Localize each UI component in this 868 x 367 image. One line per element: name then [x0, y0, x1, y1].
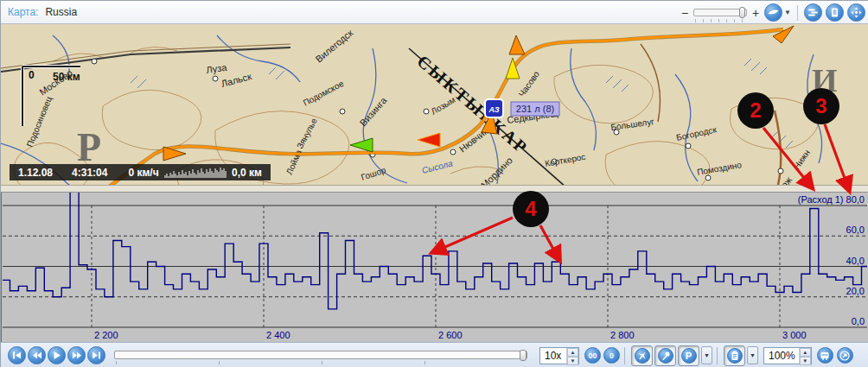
skip-end-icon	[92, 351, 101, 360]
map-zoom-slider-ticks	[695, 19, 745, 22]
list-lines-icon	[807, 7, 819, 18]
play-button[interactable]	[48, 346, 66, 364]
track-position-slider[interactable]	[114, 347, 529, 364]
fuel-consumption-chart[interactable]: 2 2002 4002 6002 8003 000(Расход 1) 80,0…	[1, 193, 868, 342]
chart-canvas: 2 2002 4002 6002 8003 000(Расход 1) 80,0…	[2, 193, 868, 342]
show-flights-toggle[interactable]	[631, 345, 653, 366]
counter-0-label: 0	[610, 351, 614, 360]
show-parkings-toggle[interactable]: P	[678, 345, 699, 366]
status-date: 1.12.08	[18, 167, 53, 179]
gps-track-viewer-window: Карта: Russia − + ▼	[0, 0, 868, 367]
fit-view-button[interactable]	[847, 3, 865, 22]
fast-forward-button[interactable]	[67, 346, 86, 364]
map-region-letter: И	[812, 62, 838, 98]
playback-speed-value: 10x	[540, 348, 566, 364]
skip-to-start-button[interactable]	[8, 346, 26, 364]
map-zoom-in-button[interactable]: +	[750, 6, 761, 20]
show-waypoints-toggle[interactable]	[654, 345, 676, 366]
parking-icon: P	[686, 351, 692, 361]
globe-icon	[767, 6, 780, 19]
map-zoom-slider-thumb[interactable]	[739, 7, 745, 18]
playback-speed-spinner[interactable]: 10x ▲ ▼	[539, 347, 579, 364]
fuel-waypoint[interactable]: АЗ 231 л (8)	[485, 99, 559, 117]
show-report-panel-toggle[interactable]	[724, 345, 745, 366]
export-button[interactable]	[837, 347, 853, 364]
position-slider-ticks	[116, 361, 527, 364]
chart-ytick-label: 60,0	[846, 225, 865, 235]
speed-meter-icon	[164, 167, 227, 179]
speed-down-arrow[interactable]: ▼	[567, 357, 578, 365]
rewind-icon	[32, 351, 42, 360]
status-speed: 0 км/ч	[128, 167, 158, 179]
playback-toolbar: 10x ▲ ▼ 00 0	[1, 342, 868, 367]
reset-trip-button[interactable]: 0	[603, 347, 620, 364]
play-icon	[52, 351, 61, 360]
pin-icon	[661, 351, 671, 361]
chart-ytick-label: 20,0	[846, 286, 865, 296]
arrow-up-right-icon	[839, 351, 850, 361]
skip-start-icon	[12, 351, 22, 360]
report-button[interactable]	[826, 3, 844, 22]
report-dropdown-button[interactable]: ▼	[747, 346, 758, 364]
scale-zero-label: 0	[29, 69, 35, 81]
fast-forward-icon	[72, 351, 82, 360]
topo-map-canvas: 0 50 км РИ СЫКТЫВКАР МосковоПодосиновецЛ…	[1, 24, 868, 185]
google-earth-dropdown-arrow[interactable]: ▼	[784, 9, 791, 16]
airplane-icon	[637, 351, 648, 361]
fuel-icon-glyph: АЗ	[488, 105, 500, 114]
chart-zoom-spinner[interactable]: 100% ▲ ▼	[763, 347, 812, 364]
status-time: 4:31:04	[72, 167, 107, 179]
chart-xtick-label: 3 000	[782, 330, 807, 340]
position-slider-track[interactable]	[114, 351, 527, 359]
document-icon	[829, 7, 840, 18]
map-chart-splitter[interactable]	[1, 185, 868, 193]
chart-ytick-label: 0,0	[852, 316, 865, 326]
map-zoom-out-button[interactable]: −	[680, 6, 690, 20]
google-earth-button[interactable]	[764, 3, 782, 22]
map-name-value: Russia	[45, 6, 77, 18]
chart-legend-and-ytick: (Расход 1) 80,0	[798, 194, 865, 205]
chart-zoom-down-arrow[interactable]: ▼	[800, 357, 811, 365]
chart-zoom-up-arrow[interactable]: ▲	[800, 348, 811, 357]
map-view[interactable]: 0 50 км РИ СЫКТЫВКАР МосковоПодосиновецЛ…	[1, 24, 868, 185]
status-distance: 0,0 км	[232, 167, 262, 179]
position-slider-thumb[interactable]	[520, 350, 527, 361]
chart-ytick-label: 40,0	[846, 256, 865, 266]
reset-counters-button[interactable]: 00	[584, 347, 601, 364]
header-bar: Карта: Russia − + ▼	[1, 1, 868, 24]
skip-to-end-button[interactable]	[87, 346, 105, 364]
map-field-label: Карта:	[8, 6, 38, 18]
counter-00-label: 00	[588, 351, 597, 360]
vehicle-button[interactable]	[817, 347, 833, 364]
rewind-button[interactable]	[28, 346, 46, 364]
speed-up-arrow[interactable]: ▲	[567, 348, 578, 357]
map-zoom-slider[interactable]	[693, 7, 747, 19]
track-list-button[interactable]	[804, 3, 822, 22]
header-separator	[797, 5, 798, 21]
chart-xtick-label: 2 800	[610, 330, 635, 340]
bus-icon	[820, 351, 830, 361]
clipboard-icon	[730, 351, 740, 361]
track-status-overlay: 1.12.08 4:31:04 0 км/ч 0,0 км	[10, 164, 271, 180]
chart-zoom-value: 100%	[764, 348, 799, 364]
chart-xtick-label: 2 200	[94, 330, 118, 340]
map-region-letter: Р	[77, 125, 101, 169]
markers-dropdown-button[interactable]: ▼	[701, 346, 712, 364]
chart-xtick-label: 2 600	[438, 330, 463, 340]
chart-xtick-label: 2 400	[266, 330, 290, 340]
fuel-amount-label: 231 л (8)	[516, 104, 554, 114]
fuel-series-line	[2, 193, 868, 309]
move-arrows-icon	[851, 7, 862, 18]
